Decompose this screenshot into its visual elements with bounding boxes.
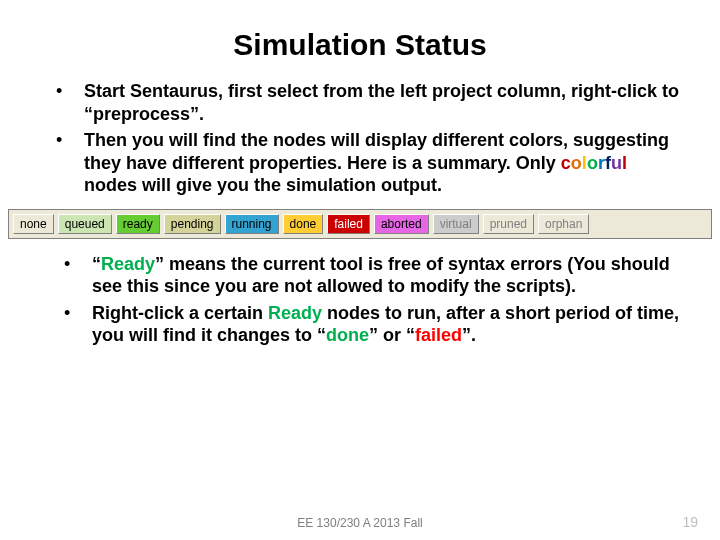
bullet-text: Right-click a certain Ready nodes to run… [92, 302, 680, 347]
letter: o [571, 153, 582, 173]
colorful-word: colorful [561, 153, 627, 173]
status-none: none [13, 214, 54, 234]
quote: ”. [462, 325, 476, 345]
bullet-marker: • [64, 253, 92, 276]
slide-title: Simulation Status [0, 28, 720, 62]
status-done: done [283, 214, 324, 234]
bullet-item: • “Ready” means the current tool is free… [64, 253, 680, 298]
text-span: nodes will give you the simulation outpu… [84, 175, 442, 195]
bullet-item: • Then you will find the nodes will disp… [56, 129, 680, 197]
bullet-text: “Ready” means the current tool is free o… [92, 253, 680, 298]
status-legend-frame: nonequeuedreadypendingrunningdonefaileda… [8, 209, 712, 239]
quote: “ [406, 325, 415, 345]
footer-course: EE 130/230 A 2013 Fall [0, 516, 720, 530]
status-running: running [225, 214, 279, 234]
footer-page-number: 19 [682, 514, 698, 530]
bullet-text: Start Sentaurus, first select from the l… [84, 80, 680, 125]
ready-word: Ready [268, 303, 322, 323]
bullet-marker: • [64, 302, 92, 325]
status-orphan: orphan [538, 214, 589, 234]
letter: o [587, 153, 598, 173]
text-span: or [378, 325, 406, 345]
bullet-list-top: • Start Sentaurus, first select from the… [56, 80, 680, 197]
letter: l [622, 153, 627, 173]
letter: c [561, 153, 571, 173]
status-pending: pending [164, 214, 221, 234]
bullet-text: Then you will find the nodes will displa… [84, 129, 680, 197]
status-pruned: pruned [483, 214, 534, 234]
quote: “ [92, 254, 101, 274]
text-span: means the current tool is free of syntax… [92, 254, 670, 297]
bullet-marker: • [56, 80, 84, 103]
quote: ” [369, 325, 378, 345]
letter: r [598, 153, 605, 173]
status-queued: queued [58, 214, 112, 234]
bullet-item: • Right-click a certain Ready nodes to r… [64, 302, 680, 347]
status-failed: failed [327, 214, 370, 234]
ready-word: Ready [101, 254, 155, 274]
done-word: done [326, 325, 369, 345]
status-legend: nonequeuedreadypendingrunningdonefaileda… [13, 214, 707, 234]
quote: ” [155, 254, 164, 274]
failed-word: failed [415, 325, 462, 345]
text-span: Right-click a certain [92, 303, 268, 323]
bullet-item: • Start Sentaurus, first select from the… [56, 80, 680, 125]
status-aborted: aborted [374, 214, 429, 234]
bullet-marker: • [56, 129, 84, 152]
bullet-list-bottom: • “Ready” means the current tool is free… [64, 253, 680, 347]
status-ready: ready [116, 214, 160, 234]
status-virtual: virtual [433, 214, 479, 234]
quote: “ [317, 325, 326, 345]
letter: u [611, 153, 622, 173]
